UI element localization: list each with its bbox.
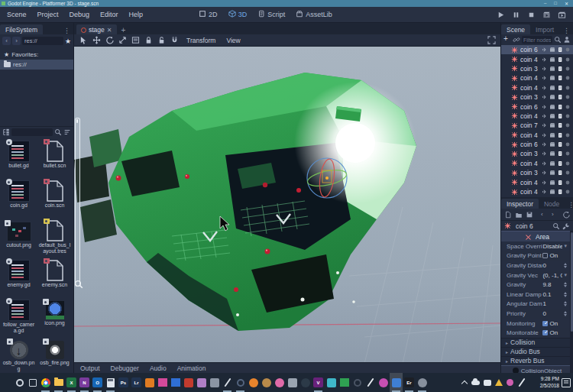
sort-icon[interactable] bbox=[63, 128, 71, 136]
script-icon[interactable] bbox=[557, 104, 563, 110]
play-button[interactable] bbox=[496, 10, 506, 20]
signal-icon[interactable] bbox=[542, 160, 548, 167]
group-icon[interactable] bbox=[549, 132, 555, 138]
scene-node-row[interactable]: coin 3 bbox=[501, 149, 573, 158]
script-icon[interactable] bbox=[557, 189, 563, 195]
inspector-menu-icon[interactable]: ⋮ bbox=[565, 201, 573, 209]
signal-icon[interactable] bbox=[542, 75, 548, 81]
blue-triangle-app[interactable] bbox=[169, 373, 182, 392]
node-options-icon[interactable] bbox=[563, 36, 571, 44]
signal-icon[interactable] bbox=[542, 104, 548, 110]
mode-2d-button[interactable]: 2D bbox=[194, 8, 222, 21]
distraction-free-icon[interactable] bbox=[487, 36, 496, 45]
file-bullet.scn[interactable]: bullet.scn bbox=[37, 139, 73, 179]
tab-inspector[interactable]: Inspector bbox=[501, 199, 539, 209]
section-reverb-bus[interactable]: ▸Reverb Bus bbox=[501, 356, 573, 365]
file-cutout.png[interactable]: cutout.png bbox=[1, 219, 37, 258]
section-collision[interactable]: ▸Collision bbox=[501, 338, 573, 347]
visibility-icon[interactable] bbox=[565, 151, 571, 157]
er-app[interactable]: Er bbox=[403, 373, 416, 392]
signal-icon[interactable] bbox=[542, 151, 548, 157]
property-value[interactable]: (0, -1, 0)▾ bbox=[542, 272, 567, 279]
mode-3d-button[interactable]: 3D bbox=[224, 8, 252, 21]
signal-icon[interactable] bbox=[542, 94, 548, 100]
menu-help[interactable]: Help bbox=[124, 11, 149, 18]
visibility-icon[interactable] bbox=[565, 170, 571, 176]
scene-node-row[interactable]: coin 4 bbox=[501, 131, 573, 140]
scene-node-row[interactable]: coin 4 bbox=[501, 159, 573, 168]
scene-node-row[interactable]: coin 3 bbox=[501, 92, 573, 102]
lightroom[interactable]: Lr bbox=[130, 373, 143, 392]
orange-app[interactable] bbox=[143, 373, 156, 392]
scene-node-row[interactable]: coin 6 bbox=[501, 140, 573, 149]
tab-stage[interactable]: stage ✕ bbox=[76, 24, 117, 34]
script-icon[interactable] bbox=[557, 170, 563, 176]
chat[interactable] bbox=[481, 373, 493, 392]
stepper-arrows-icon[interactable] bbox=[564, 311, 567, 316]
scene-node-row[interactable]: coin 3 bbox=[501, 64, 573, 73]
stepper-arrows-icon[interactable] bbox=[564, 292, 567, 297]
script-icon[interactable] bbox=[557, 47, 563, 53]
minimize-button[interactable]: – bbox=[544, 1, 546, 6]
filesystem-menu-icon[interactable]: ⋮ bbox=[60, 27, 73, 34]
file-enemy.gd[interactable]: enemy.gd bbox=[1, 258, 37, 298]
pen-app[interactable] bbox=[221, 373, 234, 392]
res-root-row[interactable]: res:// bbox=[0, 60, 73, 70]
instance-scene-icon[interactable] bbox=[513, 36, 520, 44]
group-icon[interactable] bbox=[549, 170, 555, 176]
checkbox[interactable] bbox=[542, 253, 548, 258]
menu-scene[interactable]: Scene bbox=[2, 11, 32, 18]
tab-scene[interactable]: Scene bbox=[501, 24, 530, 34]
menu-editor[interactable]: Editor bbox=[95, 11, 124, 18]
bottom-tab-animation[interactable]: Animation bbox=[177, 364, 206, 372]
visibility-icon[interactable] bbox=[565, 122, 571, 128]
close-button[interactable]: ✕ bbox=[565, 1, 568, 6]
section-audio-bus[interactable]: ▸Audio Bus bbox=[501, 347, 573, 356]
file-osb_down.png[interactable]: osb_down.png bbox=[1, 338, 37, 373]
dark-ring-app[interactable] bbox=[351, 373, 364, 392]
script-icon[interactable] bbox=[557, 132, 563, 138]
magenta-triangle-app[interactable] bbox=[156, 373, 169, 392]
visibility-icon[interactable] bbox=[565, 85, 571, 91]
script-icon[interactable] bbox=[557, 160, 563, 167]
visibility-icon[interactable] bbox=[565, 189, 571, 195]
script-icon[interactable] bbox=[557, 151, 563, 157]
group-icon[interactable] bbox=[549, 85, 555, 91]
script-icon[interactable] bbox=[557, 141, 563, 147]
purple-app[interactable] bbox=[195, 373, 208, 392]
save-resource-icon[interactable] bbox=[526, 211, 533, 219]
mode-script-button[interactable]: Script bbox=[253, 8, 290, 21]
property-value[interactable]: On bbox=[542, 329, 567, 336]
scale-tool-icon[interactable] bbox=[118, 36, 127, 45]
rotate-tool-icon[interactable] bbox=[105, 36, 114, 45]
property-value[interactable]: 0.1 bbox=[542, 291, 567, 298]
tool-menu-icon[interactable] bbox=[562, 222, 570, 230]
group-icon[interactable] bbox=[549, 47, 555, 53]
inspector-scrollbar[interactable] bbox=[570, 231, 573, 373]
calculator[interactable] bbox=[104, 373, 117, 392]
snap-tool-icon[interactable] bbox=[170, 36, 179, 45]
scene-node-row[interactable]: coin 4 bbox=[501, 73, 573, 83]
file-coin.scn[interactable]: coin.scn bbox=[37, 179, 73, 219]
close-tab-icon[interactable]: ✕ bbox=[107, 27, 112, 34]
add-node-button[interactable]: + bbox=[503, 36, 511, 44]
visibility-icon[interactable] bbox=[565, 132, 571, 138]
history-forward-button[interactable]: › bbox=[12, 37, 21, 45]
select-tool-icon[interactable] bbox=[79, 36, 88, 45]
signal-icon[interactable] bbox=[542, 189, 548, 195]
focused-app[interactable] bbox=[390, 373, 403, 392]
3d-viewport[interactable] bbox=[74, 47, 500, 362]
file-bullet.gd[interactable]: bullet.gd bbox=[1, 139, 37, 179]
bottom-tab-output[interactable]: Output bbox=[80, 364, 100, 372]
zoom-slider-knob[interactable] bbox=[76, 119, 79, 123]
tray-expand[interactable] bbox=[458, 373, 470, 392]
scene-node-row[interactable]: coin 6 bbox=[501, 45, 573, 54]
file-coin.gd[interactable]: coin.gd bbox=[1, 179, 37, 219]
signal-icon[interactable] bbox=[542, 57, 548, 63]
scene-node-row[interactable]: coin 4 bbox=[501, 54, 573, 63]
script-icon[interactable] bbox=[557, 57, 563, 63]
magnifier-icon[interactable] bbox=[74, 280, 83, 289]
play-custom-scene-button[interactable] bbox=[557, 10, 567, 20]
signal-icon[interactable] bbox=[542, 85, 548, 91]
photoshop[interactable]: Ps bbox=[117, 373, 130, 392]
